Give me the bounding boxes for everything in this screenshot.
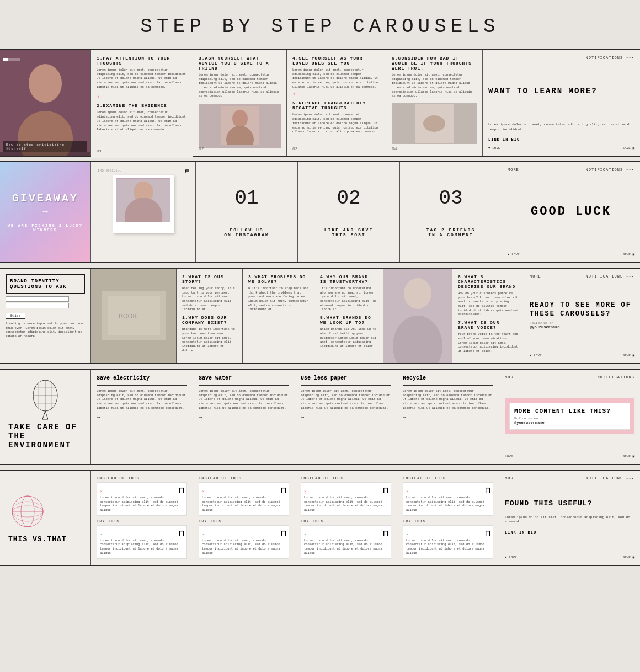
check-icon-4: ✓: [406, 532, 409, 537]
love-button-5[interactable]: ♥ LOVE: [505, 556, 517, 559]
end-body-5: Lorem ipsum dolor sit amet, consectetur …: [505, 515, 634, 525]
svg-line-28: [42, 411, 45, 419]
photo-caption: How to stop criticizing yourself: [6, 143, 84, 151]
slide-end-2: MORE NOTIFICATIONS ••• GOOD LUCK ♥ LOVE …: [502, 162, 640, 262]
try-label-4: TRY THIS: [403, 519, 493, 524]
save-button-2[interactable]: SAVE ▣: [622, 252, 634, 257]
brand-q45: 4.WHY OUR BRAND IS TRUSTWORTHY? It's imp…: [314, 269, 383, 363]
save-button-1[interactable]: SAVE ▣: [622, 146, 634, 150]
giveaway-subtitle: WE ARE PICKING 2 LUCKY WINNERS: [6, 223, 85, 232]
arrow-1: →: [97, 410, 187, 420]
tip-2-title: Save water: [199, 375, 289, 381]
instead-text-4: Lorem ipsum dolor sit amet, commodo cons…: [406, 495, 490, 513]
q6-body: How do your customers perceive your bran…: [458, 291, 518, 317]
q4-title: 4.WHY OUR BRAND IS TRUSTWORTHY?: [320, 274, 377, 284]
slide-end-1: NOTIFICATIONS ••• WANT TO LEARN MORE? Lo…: [483, 50, 640, 156]
env-tip-4: Recycle Lorem ipsum dolor sit amet, cons…: [397, 370, 499, 464]
save-button-4[interactable]: SAVE ▣: [622, 454, 634, 458]
carousel-section-4: TAKE CARE OF THE ENVIRONMENT Save electr…: [0, 369, 640, 465]
q1-body: Branding is more important to your busin…: [182, 327, 237, 353]
more-3: MORE: [530, 274, 541, 279]
try-label-3: TRY THIS: [301, 519, 391, 524]
giveaway-arrow: →: [42, 207, 48, 217]
cta-1[interactable]: LINK IN BIO: [488, 137, 634, 142]
notifications-4: NOTIFICATIONS: [597, 375, 634, 380]
end-title-3: READY TO SEE MORE OF THESE CAROUSELS?: [530, 301, 634, 318]
giveaway-step-2: 02 LIKE AND SAVETHIS POST: [298, 162, 400, 262]
env-tip-2: Save water Lorem ipsum dolor sit amet, c…: [193, 370, 295, 464]
slide-number-3: 03: [292, 146, 298, 151]
page-title: STEP BY STEP CAROUSELS: [0, 0, 640, 49]
corner-icon-3: ⊓: [281, 485, 286, 496]
slide-number-2: 02: [199, 146, 204, 151]
env-end-username: @yourusername: [514, 420, 625, 425]
corner-icon-6: ⊓: [383, 528, 388, 539]
love-button-1[interactable]: ♥ LOVE: [488, 146, 500, 150]
globe-icon: [8, 492, 47, 531]
actions-bar-1: ♥ LOVE SAVE ▣: [488, 142, 634, 150]
q1-title: 1.WHY DOES OUR COMPANY EXIST?: [182, 315, 237, 325]
try-text-1: Lorem ipsum dolor sit amet, commodo cons…: [100, 538, 184, 556]
vs-slide-1: INSTEAD OF THIS ⊓ ✕ Lorem ipsum dolor si…: [91, 471, 193, 565]
love-button-2[interactable]: ♥ LOVE: [508, 253, 520, 257]
step-num-02: 02: [337, 187, 360, 210]
slide-3-content: 4.SEE YOURSELF AS YOUR LOVED ONES SEE YO…: [287, 50, 386, 156]
save-button-5[interactable]: SAVE ▣: [622, 555, 634, 559]
swipe-btn[interactable]: Swipe: [6, 313, 25, 319]
brand-slide-main: BRAND IDENTITY QUESTIONS TO ASK Swipe Br…: [0, 269, 91, 363]
corner-icon-7: ⊓: [485, 485, 490, 496]
q5-body: Which brands did you look up to when fir…: [320, 327, 377, 348]
step-3-body: Lorem ipsum dolor sit amet, consectetur …: [199, 73, 281, 98]
end-title-2: GOOD LUCK: [531, 205, 611, 218]
try-label-1: TRY THIS: [97, 519, 187, 524]
instead-card-2: ⊓ ✕ Lorem ipsum dolor sit amet, commodo …: [199, 482, 289, 516]
svg-text:BOOK: BOOK: [119, 312, 137, 320]
corner-icon-8: ⊓: [485, 528, 490, 539]
polaroid-image: [113, 175, 174, 233]
instead-text-2: Lorem ipsum dolor sit amet, commodo cons…: [202, 495, 286, 513]
step-2-body: Lorem ipsum dolor sit amet, consectetur …: [97, 110, 187, 131]
tip-4-title: Recycle: [403, 375, 493, 381]
polaroid-photo: [116, 178, 170, 222]
x-icon-2: ✕: [202, 489, 205, 494]
step-num-01: 01: [234, 187, 258, 210]
env-title: TAKE CARE OF THE ENVIRONMENT: [8, 423, 82, 450]
svg-point-19: [404, 278, 431, 309]
save-button-3[interactable]: SAVE ▣: [622, 353, 634, 358]
cta-5[interactable]: LINK IN BIO: [505, 530, 634, 535]
step-4-title: 4.SEE YOURSELF AS YOUR LOVED ONES SEE YO…: [292, 56, 380, 66]
instead-label-4: INSTEAD OF THIS: [403, 476, 493, 481]
svg-rect-3: [0, 152, 91, 156]
corner-icon-5: ⊓: [383, 485, 388, 496]
notifications-5: NOTIFICATIONS •••: [586, 476, 634, 481]
instead-label-1: INSTEAD OF THIS: [97, 476, 187, 481]
love-button-4[interactable]: LOVE: [505, 455, 513, 458]
try-text-4: Lorem ipsum dolor sit amet, commodo cons…: [406, 538, 490, 556]
carousel-section-5: THIS VS.THAT INSTEAD OF THIS ⊓ ✕ Lorem i…: [0, 470, 640, 566]
svg-point-7: [232, 110, 248, 127]
end-follow-3: Follow us on: [530, 321, 634, 325]
love-button-3[interactable]: ♥ LOVE: [530, 354, 542, 358]
slide-1-content: 1.PAY ATTENTION TO YOUR THOUGHTS Lorem i…: [91, 50, 193, 158]
step-label-03: TAG 2 FRIENDSIN A COMMENT: [426, 227, 475, 237]
notifications-2: NOTIFICATIONS •••: [586, 168, 634, 172]
check-icon-3: ✓: [304, 532, 307, 537]
env-main-slide: TAKE CARE OF THE ENVIRONMENT: [0, 370, 91, 464]
carousel-section-1: How to stop criticizing yourself 1.PAY A…: [0, 49, 640, 157]
q2-body: When telling your story, it's important …: [182, 286, 237, 312]
top-bar-3: MORE NOTIFICATIONS •••: [530, 274, 634, 281]
top-bar-4: MORE NOTIFICATIONS: [505, 375, 634, 382]
end-username-3: @yourusername: [530, 325, 634, 329]
carousel-section-2: GIVEAWAY → WE ARE PICKING 2 LUCKY WINNER…: [0, 161, 640, 263]
check-icon-1: ✓: [100, 532, 103, 537]
corner-mark: ⊓: [185, 169, 189, 172]
try-card-2: ⊓ ✓ Lorem ipsum dolor sit amet, commodo …: [199, 525, 289, 559]
giveaway-step-3: 03 TAG 2 FRIENDSIN A COMMENT: [400, 162, 502, 262]
more-2: MORE: [508, 168, 519, 172]
slide-4-content: 6.CONSIDER HOW BAD IT WOULD BE IF YOUR T…: [386, 50, 483, 156]
q2-title: 2.WHAT IS OUR STORY?: [182, 274, 237, 284]
q3-body: W It's important to step back and think …: [248, 286, 308, 312]
q6-title: 6.WHAT 5 CHARACTERISTICS DESCRIBE OUR BR…: [458, 274, 518, 289]
vs-slide-4: INSTEAD OF THIS ⊓ ✕ Lorem ipsum dolor si…: [397, 471, 499, 565]
try-label-2: TRY THIS: [199, 519, 289, 524]
